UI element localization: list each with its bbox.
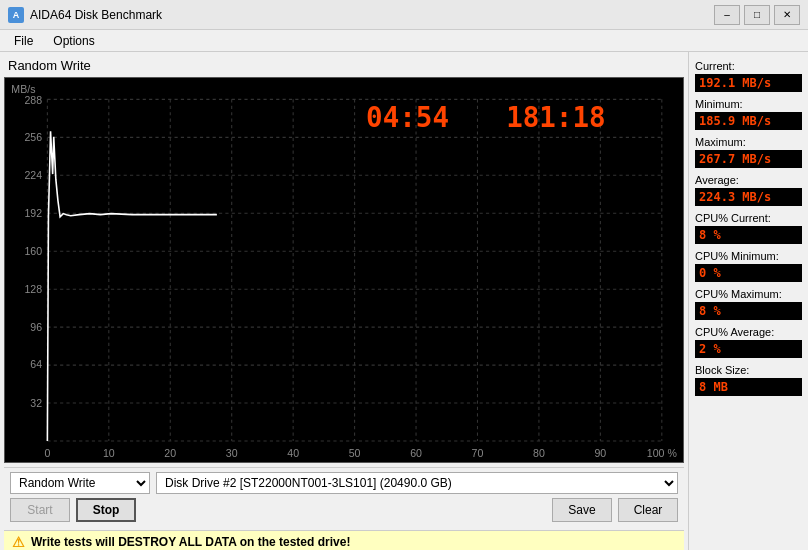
maximum-label: Maximum: [695,136,802,148]
start-button[interactable]: Start [10,498,70,522]
clear-button[interactable]: Clear [618,498,678,522]
cpu-current-value: 8 % [695,226,802,244]
svg-text:10: 10 [103,447,115,459]
cpu-average-value: 2 % [695,340,802,358]
svg-text:256: 256 [24,131,42,143]
svg-text:50: 50 [349,447,361,459]
cpu-average-label: CPU% Average: [695,326,802,338]
app-icon: A [8,7,24,23]
test-type-dropdown[interactable]: Random Write [10,472,150,494]
controls-row1: Random Write Disk Drive #2 [ST22000NT001… [10,472,678,494]
warning-icon: ⚠ [12,534,25,550]
svg-text:60: 60 [410,447,422,459]
cpu-maximum-value: 8 % [695,302,802,320]
svg-text:224: 224 [24,169,42,181]
controls-row2: Start Stop Save Clear [10,498,678,522]
svg-text:288: 288 [24,94,42,106]
svg-text:181:18: 181:18 [506,101,605,134]
options-menu[interactable]: Options [43,32,104,50]
average-label: Average: [695,174,802,186]
svg-text:40: 40 [287,447,299,459]
svg-text:0: 0 [44,447,50,459]
chart-container: MB/s 288 256 224 192 [4,77,684,463]
file-menu[interactable]: File [4,32,43,50]
title-bar: A AIDA64 Disk Benchmark – □ ✕ [0,0,808,30]
cpu-current-label: CPU% Current: [695,212,802,224]
cpu-minimum-label: CPU% Minimum: [695,250,802,262]
warning-text: Write tests will DESTROY ALL DATA on the… [31,535,350,549]
close-button[interactable]: ✕ [774,5,800,25]
svg-text:30: 30 [226,447,238,459]
svg-text:192: 192 [24,207,42,219]
bottom-controls: Random Write Disk Drive #2 [ST22000NT001… [4,467,684,530]
blocksize-label: Block Size: [695,364,802,376]
svg-text:128: 128 [24,283,42,295]
minimum-label: Minimum: [695,98,802,110]
svg-text:80: 80 [533,447,545,459]
svg-text:70: 70 [472,447,484,459]
stop-button[interactable]: Stop [76,498,136,522]
cpu-maximum-label: CPU% Maximum: [695,288,802,300]
minimize-button[interactable]: – [714,5,740,25]
svg-text:04:54: 04:54 [366,101,449,134]
stats-panel: Current: 192.1 MB/s Minimum: 185.9 MB/s … [688,52,808,550]
restore-button[interactable]: □ [744,5,770,25]
disk-drive-dropdown[interactable]: Disk Drive #2 [ST22000NT001-3LS101] (204… [156,472,678,494]
window-controls: – □ ✕ [714,5,800,25]
svg-text:100 %: 100 % [647,447,678,459]
window-title: AIDA64 Disk Benchmark [30,8,714,22]
svg-text:64: 64 [30,358,42,370]
chart-svg: MB/s 288 256 224 192 [5,78,683,462]
chart-area: Random Write MB/s [0,52,688,550]
save-button[interactable]: Save [552,498,612,522]
svg-text:90: 90 [594,447,606,459]
svg-rect-0 [5,78,683,462]
current-value: 192.1 MB/s [695,74,802,92]
svg-text:32: 32 [30,397,42,409]
current-label: Current: [695,60,802,72]
warning-bar: ⚠ Write tests will DESTROY ALL DATA on t… [4,530,684,550]
main-content: Random Write MB/s [0,52,808,550]
maximum-value: 267.7 MB/s [695,150,802,168]
svg-text:160: 160 [24,245,42,257]
chart-title: Random Write [4,56,684,77]
blocksize-value: 8 MB [695,378,802,396]
average-value: 224.3 MB/s [695,188,802,206]
cpu-minimum-value: 0 % [695,264,802,282]
svg-text:96: 96 [30,321,42,333]
minimum-value: 185.9 MB/s [695,112,802,130]
svg-text:20: 20 [164,447,176,459]
menu-bar: File Options [0,30,808,52]
